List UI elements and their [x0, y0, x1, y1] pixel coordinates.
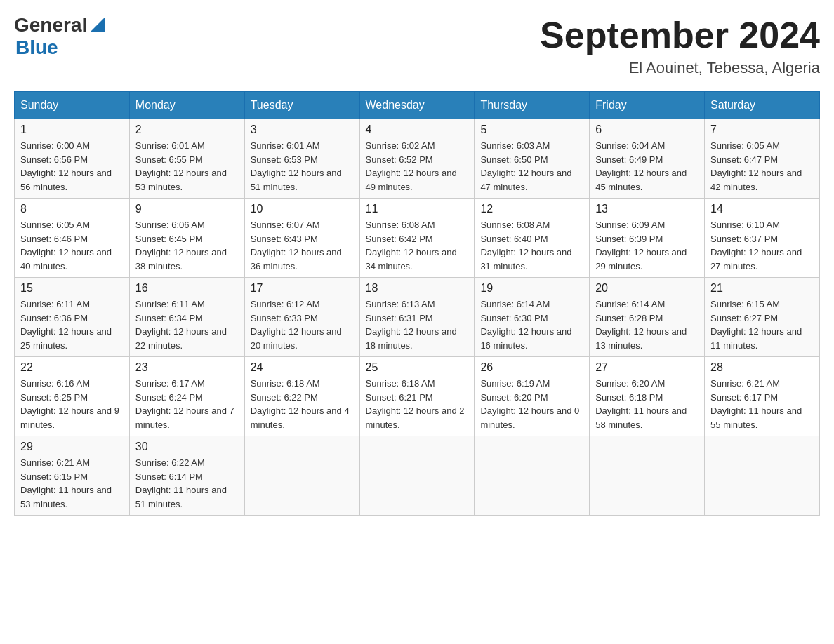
- sunset-label: Sunset: 6:34 PM: [135, 313, 203, 323]
- sunrise-label: Sunrise: 6:11 AM: [135, 299, 205, 309]
- sunset-label: Sunset: 6:33 PM: [251, 313, 318, 323]
- daylight-label: Daylight: 12 hours and 7 minutes.: [135, 405, 234, 430]
- sunrise-label: Sunrise: 6:11 AM: [20, 299, 90, 309]
- day-number: 12: [480, 203, 583, 215]
- daylight-label: Daylight: 12 hours and 9 minutes.: [20, 405, 119, 430]
- logo-blue: Blue: [15, 36, 58, 59]
- sunset-label: Sunset: 6:28 PM: [595, 313, 663, 323]
- header-friday: Friday: [590, 92, 705, 119]
- sunrise-label: Sunrise: 6:15 AM: [710, 299, 780, 309]
- sunrise-label: Sunrise: 6:18 AM: [366, 378, 435, 389]
- sunrise-label: Sunrise: 6:01 AM: [135, 140, 205, 151]
- day-number: 14: [710, 203, 814, 215]
- sunrise-label: Sunrise: 6:16 AM: [20, 378, 90, 389]
- daylight-label: Daylight: 12 hours and 53 minutes.: [135, 168, 227, 192]
- sunset-label: Sunset: 6:39 PM: [595, 234, 663, 244]
- day-number: 6: [595, 123, 699, 136]
- calendar-week-row: 8 Sunrise: 6:05 AM Sunset: 6:46 PM Dayli…: [15, 199, 820, 278]
- sunrise-label: Sunrise: 6:22 AM: [135, 457, 205, 468]
- daylight-label: Daylight: 12 hours and 38 minutes.: [135, 247, 227, 271]
- sunset-label: Sunset: 6:15 PM: [20, 471, 88, 482]
- daylight-label: Daylight: 12 hours and 22 minutes.: [135, 326, 227, 351]
- sunset-label: Sunset: 6:17 PM: [710, 392, 778, 403]
- day-number: 2: [135, 123, 239, 136]
- table-row: 22 Sunrise: 6:16 AM Sunset: 6:25 PM Dayl…: [15, 357, 130, 436]
- sunset-label: Sunset: 6:18 PM: [595, 392, 663, 403]
- sunrise-label: Sunrise: 6:08 AM: [366, 220, 435, 230]
- table-row: 27 Sunrise: 6:20 AM Sunset: 6:18 PM Dayl…: [590, 357, 705, 436]
- sunrise-label: Sunrise: 6:04 AM: [595, 140, 665, 151]
- sunset-label: Sunset: 6:21 PM: [366, 392, 433, 403]
- table-row: 6 Sunrise: 6:04 AM Sunset: 6:49 PM Dayli…: [590, 119, 705, 199]
- sunrise-label: Sunrise: 6:20 AM: [595, 378, 665, 389]
- logo: General Blue: [14, 14, 105, 59]
- sunrise-label: Sunrise: 6:14 AM: [595, 299, 665, 309]
- sunrise-label: Sunrise: 6:09 AM: [595, 220, 665, 230]
- sunset-label: Sunset: 6:27 PM: [710, 313, 778, 323]
- table-row: 21 Sunrise: 6:15 AM Sunset: 6:27 PM Dayl…: [705, 278, 820, 357]
- sunrise-label: Sunrise: 6:05 AM: [710, 140, 780, 151]
- table-row: [244, 436, 359, 516]
- sunset-label: Sunset: 6:55 PM: [135, 154, 203, 165]
- day-number: 3: [251, 123, 354, 136]
- sunrise-label: Sunrise: 6:12 AM: [251, 299, 320, 309]
- table-row: [475, 436, 590, 516]
- day-number: 9: [135, 203, 239, 215]
- daylight-label: Daylight: 12 hours and 0 minutes.: [480, 405, 579, 430]
- table-row: 2 Sunrise: 6:01 AM Sunset: 6:55 PM Dayli…: [129, 119, 244, 199]
- day-number: 10: [251, 203, 354, 215]
- sunset-label: Sunset: 6:42 PM: [366, 234, 433, 244]
- table-row: 12 Sunrise: 6:08 AM Sunset: 6:40 PM Dayl…: [475, 199, 590, 278]
- daylight-label: Daylight: 12 hours and 47 minutes.: [480, 168, 571, 192]
- table-row: 19 Sunrise: 6:14 AM Sunset: 6:30 PM Dayl…: [475, 278, 590, 357]
- day-number: 18: [366, 282, 469, 295]
- header-monday: Monday: [129, 92, 244, 119]
- daylight-label: Daylight: 12 hours and 25 minutes.: [20, 326, 112, 351]
- table-row: 1 Sunrise: 6:00 AM Sunset: 6:56 PM Dayli…: [15, 119, 130, 199]
- table-row: 8 Sunrise: 6:05 AM Sunset: 6:46 PM Dayli…: [15, 199, 130, 278]
- daylight-label: Daylight: 12 hours and 11 minutes.: [710, 326, 802, 351]
- sunset-label: Sunset: 6:36 PM: [20, 313, 88, 323]
- table-row: 30 Sunrise: 6:22 AM Sunset: 6:14 PM Dayl…: [129, 436, 244, 516]
- title-section: September 2024 El Aouinet, Tebessa, Alge…: [540, 14, 820, 77]
- day-number: 27: [595, 361, 699, 374]
- sunset-label: Sunset: 6:49 PM: [595, 154, 663, 165]
- daylight-label: Daylight: 12 hours and 45 minutes.: [595, 168, 687, 192]
- daylight-label: Daylight: 12 hours and 4 minutes.: [251, 405, 350, 430]
- day-number: 11: [366, 203, 469, 215]
- daylight-label: Daylight: 11 hours and 53 minutes.: [20, 485, 112, 509]
- table-row: 7 Sunrise: 6:05 AM Sunset: 6:47 PM Dayli…: [705, 119, 820, 199]
- daylight-label: Daylight: 12 hours and 2 minutes.: [366, 405, 465, 430]
- day-number: 5: [480, 123, 583, 136]
- sunset-label: Sunset: 6:56 PM: [20, 154, 88, 165]
- sunrise-label: Sunrise: 6:06 AM: [135, 220, 205, 230]
- sunrise-label: Sunrise: 6:21 AM: [20, 457, 90, 468]
- table-row: 29 Sunrise: 6:21 AM Sunset: 6:15 PM Dayl…: [15, 436, 130, 516]
- sunrise-label: Sunrise: 6:07 AM: [251, 220, 320, 230]
- daylight-label: Daylight: 12 hours and 51 minutes.: [251, 168, 342, 192]
- table-row: 14 Sunrise: 6:10 AM Sunset: 6:37 PM Dayl…: [705, 199, 820, 278]
- header-wednesday: Wednesday: [359, 92, 475, 119]
- daylight-label: Daylight: 12 hours and 31 minutes.: [480, 247, 571, 271]
- header-thursday: Thursday: [475, 92, 590, 119]
- table-row: [590, 436, 705, 516]
- day-number: 24: [251, 361, 354, 374]
- sunset-label: Sunset: 6:45 PM: [135, 234, 203, 244]
- daylight-label: Daylight: 12 hours and 27 minutes.: [710, 247, 802, 271]
- sunrise-label: Sunrise: 6:18 AM: [251, 378, 320, 389]
- sunrise-label: Sunrise: 6:14 AM: [480, 299, 550, 309]
- daylight-label: Daylight: 12 hours and 49 minutes.: [366, 168, 457, 192]
- sunset-label: Sunset: 6:31 PM: [366, 313, 433, 323]
- table-row: 13 Sunrise: 6:09 AM Sunset: 6:39 PM Dayl…: [590, 199, 705, 278]
- sunrise-label: Sunrise: 6:03 AM: [480, 140, 550, 151]
- logo-general: General: [14, 14, 87, 36]
- sunset-label: Sunset: 6:20 PM: [480, 392, 548, 403]
- sunrise-label: Sunrise: 6:00 AM: [20, 140, 90, 151]
- sunrise-label: Sunrise: 6:10 AM: [710, 220, 780, 230]
- day-number: 1: [20, 123, 124, 136]
- day-number: 28: [710, 361, 814, 374]
- table-row: [359, 436, 475, 516]
- daylight-label: Daylight: 12 hours and 16 minutes.: [480, 326, 571, 351]
- daylight-label: Daylight: 12 hours and 18 minutes.: [366, 326, 457, 351]
- location: El Aouinet, Tebessa, Algeria: [540, 59, 820, 77]
